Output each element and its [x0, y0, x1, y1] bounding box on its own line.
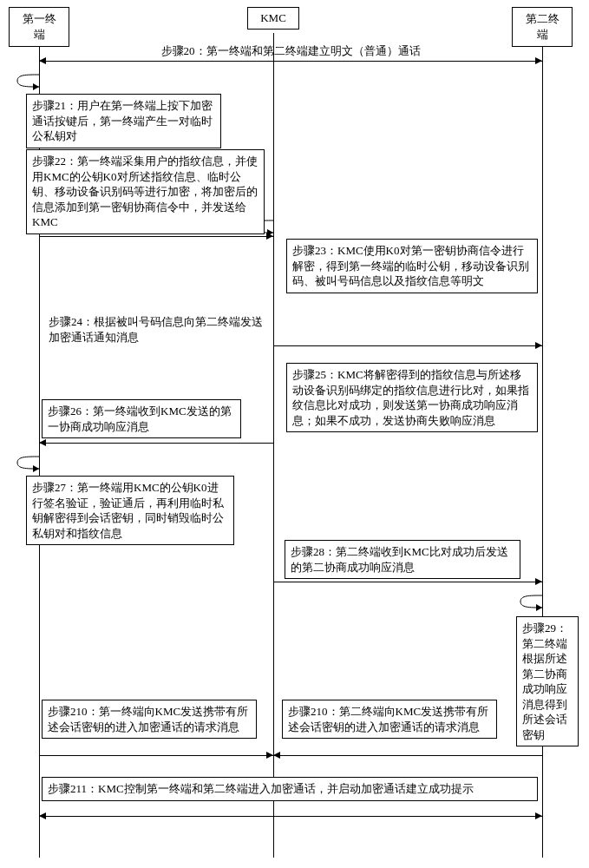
arrow-head-icon [39, 57, 46, 64]
step-210b-box: 步骤210：第二终端向KMC发送携带有所述会话密钥的进入加密通话的请求消息 [282, 700, 497, 739]
step-21-box: 步骤21：用户在第一终端上按下加密通话按键后，第一终端产生一对临时公私钥对 [26, 94, 221, 148]
arrow-head-icon [535, 57, 542, 64]
step-210a-arrow [39, 755, 273, 756]
arrow-head-icon [266, 752, 273, 759]
step-22-box: 步骤22：第一终端采集用户的指纹信息，并使用KMC的公钥K0对所述指纹信息、临时… [26, 149, 265, 234]
self-loop-icon [13, 71, 39, 90]
participant-terminal2: 第二终端 [512, 7, 573, 47]
svg-marker-0 [33, 83, 39, 90]
step-26-box: 步骤26：第一终端收到KMC发送的第一协商成功响应消息 [42, 399, 241, 438]
arrow-head-icon [535, 342, 542, 349]
step-20-arrow [39, 61, 542, 62]
svg-marker-3 [536, 604, 542, 611]
step-25-box: 步骤25：KMC将解密得到的指纹信息与所述移动设备识别码绑定的指纹信息进行比对，… [286, 363, 538, 432]
step-24-arrow [273, 345, 542, 346]
arrow-head-icon [39, 439, 46, 446]
step-28-arrow [273, 582, 542, 582]
step-27-box: 步骤27：第一终端用KMC的公钥K0进行签名验证，验证通后，再利用临时私钥解密得… [26, 476, 234, 545]
step-26-arrow [39, 443, 273, 444]
step-20-label: 步骤20：第一终端和第二终端建立明文（普通）通话 [100, 43, 481, 59]
step-24-label: 步骤24：根据被叫号码信息向第二终端发送加密通话通知消息 [43, 311, 269, 348]
step-211-arrow [39, 816, 542, 817]
sequence-diagram: 第一终端 KMC 第二终端 步骤20：第一终端和第二终端建立明文（普通）通话 步… [0, 0, 589, 868]
participant-kmc: KMC [247, 7, 299, 30]
arrow-head-icon [535, 812, 542, 819]
step-210a-box: 步骤210：第一终端向KMC发送携带有所述会话密钥的进入加密通话的请求消息 [42, 700, 257, 739]
self-loop-icon [13, 453, 39, 472]
step-211-box: 步骤211：KMC控制第一终端和第二终端进入加密通话，并启动加密通话建立成功提示 [42, 777, 538, 801]
step-210b-arrow [273, 755, 542, 756]
arrow-head-icon [266, 233, 273, 240]
self-loop-icon [516, 592, 542, 611]
lifeline-kmc [273, 33, 274, 858]
svg-marker-2 [33, 465, 39, 472]
step-28-box: 步骤28：第二终端收到KMC比对成功后发送的第二协商成功响应消息 [285, 540, 520, 579]
step-29-box: 步骤29：第二终端根据所述第二协商成功响应消息得到所述会话密钥 [516, 616, 579, 746]
step-23-box: 步骤23：KMC使用K0对第一密钥协商信令进行解密，得到第一终端的临时公钥，移动… [286, 239, 538, 293]
participant-terminal1: 第一终端 [9, 7, 69, 47]
arrow-head-icon [39, 812, 46, 819]
arrow-head-icon [535, 578, 542, 585]
step-22-arrow [39, 236, 273, 237]
arrow-head-icon [273, 752, 280, 759]
